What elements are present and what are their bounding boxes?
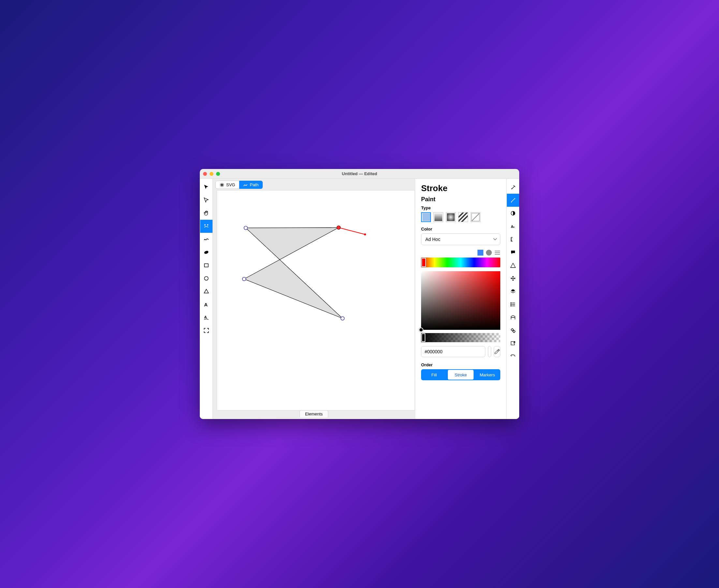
paint-type-radial[interactable] [446, 212, 456, 222]
hex-row: Hex [421, 346, 500, 357]
label-type: Type [421, 206, 500, 210]
color-mode-swatch[interactable] [478, 250, 483, 256]
paint-type-row [421, 212, 500, 222]
order-stroke[interactable]: Stroke [448, 370, 474, 380]
order-fill[interactable]: Fill [421, 369, 447, 380]
color-source-value: Ad Hoc [421, 233, 500, 245]
path-icon [243, 183, 248, 187]
window-title: Untitled — Edited [200, 171, 519, 176]
eyedropper-icon [494, 349, 500, 355]
layers-inspector-icon[interactable] [507, 285, 519, 298]
panel-section-paint: Paint [421, 196, 500, 203]
document-tabs: SVG Path [213, 179, 415, 189]
panel-title: Stroke [421, 183, 500, 193]
eyedropper-button[interactable] [494, 346, 500, 357]
titlebar: Untitled — Edited [200, 169, 519, 179]
bottom-tabs: Elements [213, 411, 415, 419]
zoom-window-button[interactable] [216, 172, 220, 176]
color-mode-row [421, 250, 500, 256]
drawn-path[interactable] [244, 228, 343, 318]
control-handle-line[interactable] [339, 228, 365, 234]
svg-point-0 [204, 225, 205, 226]
fill-inspector-icon[interactable] [507, 181, 519, 194]
svg-text:A: A [513, 226, 515, 229]
pen-tool[interactable] [200, 220, 213, 233]
polygon-tool[interactable] [200, 285, 213, 298]
svg-rect-12 [435, 213, 442, 221]
svg-rect-3 [204, 264, 208, 267]
color-source-select[interactable]: Ad Hoc [421, 233, 500, 245]
paint-type-flat[interactable] [421, 212, 431, 222]
svg-rect-31 [511, 341, 515, 345]
app-window: Untitled — Edited [200, 169, 519, 419]
paint-type-none[interactable] [471, 212, 480, 222]
ruler-inspector-icon[interactable] [507, 233, 519, 246]
svg-point-2 [204, 250, 208, 254]
list-inspector-icon[interactable] [507, 298, 519, 311]
text-path-tool[interactable]: A [200, 311, 213, 324]
fullscreen-tool[interactable] [200, 324, 213, 337]
label-order: Order [421, 362, 500, 367]
undo-inspector-icon[interactable] [507, 350, 519, 363]
color-mode-wheel[interactable] [486, 250, 492, 256]
sv-thumb[interactable] [419, 328, 423, 332]
hand-tool[interactable] [200, 207, 213, 220]
alpha-slider[interactable] [421, 333, 500, 342]
anchor-point[interactable] [244, 226, 248, 230]
canvas[interactable] [217, 190, 415, 411]
anchor-point-selected[interactable] [337, 226, 341, 230]
freehand-tool[interactable] [200, 233, 213, 246]
paint-type-pattern[interactable] [458, 212, 468, 222]
canvas-area: SVG Path Elements [213, 179, 415, 419]
comment-inspector-icon[interactable] [507, 246, 519, 259]
blob-tool[interactable] [200, 246, 213, 259]
warning-inspector-icon[interactable] [507, 259, 519, 272]
svg-point-28 [511, 306, 511, 306]
svg-point-26 [511, 302, 511, 303]
opacity-inspector-icon[interactable] [507, 207, 519, 220]
alpha-thumb[interactable] [421, 333, 425, 342]
library-inspector-icon[interactable] [507, 311, 519, 324]
text-inspector-icon[interactable]: AA [507, 220, 519, 233]
hex-input[interactable] [421, 346, 485, 357]
asterisk-icon [220, 183, 224, 187]
svg-point-27 [511, 304, 511, 305]
text-tool[interactable]: A [200, 298, 213, 311]
color-mode-sliders[interactable] [495, 250, 500, 256]
left-toolbar: A A [200, 179, 213, 419]
svg-point-30 [513, 331, 515, 332]
transform-inspector-icon[interactable] [507, 272, 519, 285]
paint-type-linear[interactable] [434, 212, 443, 222]
export-inspector-icon[interactable] [507, 337, 519, 350]
select-tool[interactable] [200, 181, 213, 194]
ellipse-tool[interactable] [200, 272, 213, 285]
svg-rect-11 [422, 213, 430, 221]
svg-rect-13 [447, 213, 455, 221]
label-color: Color [421, 227, 500, 231]
anchor-point[interactable] [341, 317, 344, 320]
anchor-point[interactable] [242, 277, 246, 281]
tab-svg[interactable]: SVG [216, 181, 239, 189]
tab-elements[interactable]: Elements [300, 410, 328, 417]
hue-slider[interactable] [421, 257, 500, 267]
control-handle-point[interactable] [364, 233, 366, 235]
direct-select-tool[interactable] [200, 194, 213, 207]
tab-path[interactable]: Path [239, 181, 263, 189]
window-controls [203, 172, 220, 176]
stroke-inspector-icon[interactable] [507, 194, 519, 207]
close-window-button[interactable] [203, 172, 207, 176]
rectangle-tool[interactable] [200, 259, 213, 272]
svg-point-29 [511, 329, 513, 331]
svg-point-1 [207, 225, 208, 226]
color-format-select[interactable]: Hex [488, 346, 491, 357]
hue-thumb[interactable] [421, 258, 426, 267]
svg-text:A: A [204, 302, 207, 307]
settings-inspector-icon[interactable] [507, 324, 519, 337]
color-format-value: Hex [488, 349, 491, 354]
tab-path-label: Path [249, 182, 258, 187]
saturation-value-box[interactable] [421, 271, 500, 330]
order-markers[interactable]: Markers [474, 369, 500, 380]
order-segmented: Fill Stroke Markers [421, 369, 500, 380]
svg-point-4 [204, 276, 208, 280]
minimize-window-button[interactable] [209, 172, 214, 176]
